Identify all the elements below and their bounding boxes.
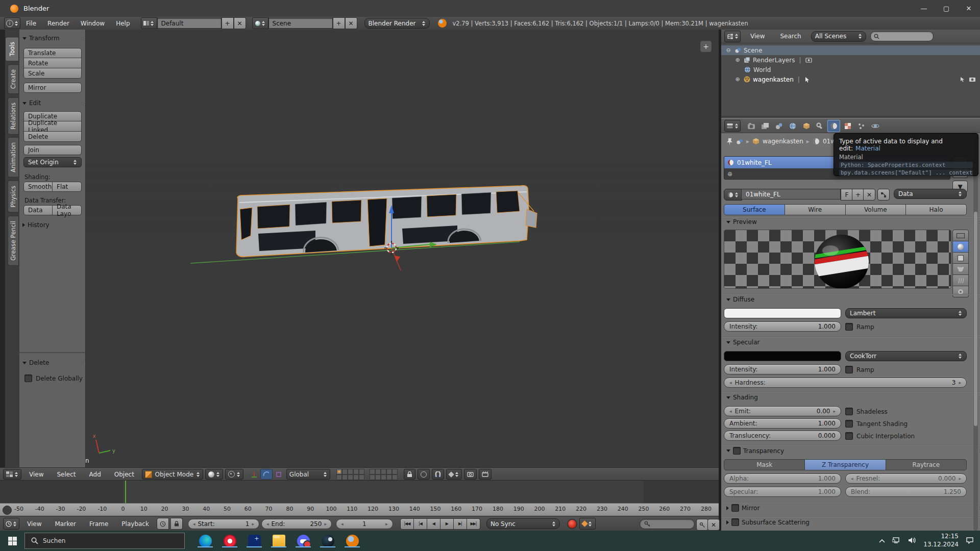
- scale-button[interactable]: Scale: [23, 68, 82, 79]
- emit-slider[interactable]: ◂Emit: 0.00▸: [724, 406, 841, 416]
- insert-keyframe-button[interactable]: [696, 519, 708, 531]
- preview-flat-button[interactable]: [952, 230, 969, 241]
- transparency-specular-slider[interactable]: Specular:1.000: [724, 487, 841, 497]
- tl-menu-marker[interactable]: Marker: [49, 520, 81, 528]
- diffuse-shader-dropdown[interactable]: Lambert: [845, 308, 967, 318]
- shadeless-checkbox-row[interactable]: Shadeless: [845, 408, 888, 415]
- toolshelf-tab-animation[interactable]: Animation: [8, 137, 19, 178]
- panel-header-transform[interactable]: Transform::::: [19, 35, 92, 42]
- use-preview-range-button[interactable]: [157, 518, 169, 530]
- pin-icon[interactable]: [726, 138, 733, 145]
- minimize-button[interactable]: —: [913, 0, 935, 17]
- translate-button[interactable]: Translate: [23, 48, 82, 58]
- toolshelf-tab-relations[interactable]: Relations: [8, 97, 19, 135]
- tangent-shading-checkbox-row[interactable]: Tangent Shading: [845, 420, 908, 428]
- rotate-button[interactable]: Rotate: [23, 58, 82, 68]
- jump-to-end-button[interactable]: ▶▶|: [467, 518, 480, 530]
- snap-element-dropdown[interactable]: [446, 469, 462, 480]
- layer-cell[interactable]: [359, 469, 364, 474]
- layers-widget-group1[interactable]: [336, 469, 364, 480]
- transparency-checkbox[interactable]: [733, 447, 741, 455]
- editor-type-outliner-button[interactable]: [724, 31, 741, 42]
- properties-scrollbar[interactable]: [973, 135, 978, 531]
- scene-delete-button[interactable]: ✕: [345, 17, 357, 29]
- flat-button[interactable]: Flat: [53, 182, 82, 192]
- tl-menu-view[interactable]: View: [21, 520, 47, 528]
- data-layout-button[interactable]: Data Layo: [53, 205, 82, 215]
- layout-delete-button[interactable]: ✕: [234, 17, 246, 29]
- browse-material-dropdown[interactable]: [724, 189, 742, 201]
- toolshelf-tab-physics[interactable]: Physics: [8, 181, 19, 213]
- layer-cell[interactable]: [392, 469, 398, 474]
- layer-cell[interactable]: [392, 474, 398, 480]
- outliner-row-world[interactable]: World: [721, 65, 980, 74]
- editor-type-info-button[interactable]: i: [4, 17, 20, 29]
- toolshelf-tab-create[interactable]: Create: [8, 64, 19, 94]
- toolshelf-tab-grease-pencil[interactable]: Grease Pencil: [8, 216, 19, 266]
- taskbar-app-disneyplus[interactable]: [242, 535, 266, 547]
- vp-menu-select[interactable]: Select: [51, 471, 81, 478]
- menu-file[interactable]: File: [20, 20, 42, 27]
- layer-cell[interactable]: [386, 469, 392, 474]
- material-name-field[interactable]: 01white_FL: [741, 189, 841, 199]
- pivot-dropdown[interactable]: [225, 469, 243, 480]
- tl-menu-frame[interactable]: Frame: [84, 520, 114, 528]
- outliner-row-renderlayers[interactable]: ⊕ RenderLayers|: [721, 55, 980, 65]
- delete-button[interactable]: Delete: [23, 132, 82, 142]
- transform-orientation-dropdown[interactable]: Global: [286, 469, 330, 480]
- layer-cell[interactable]: [386, 474, 392, 480]
- type-wire[interactable]: Wire: [785, 204, 846, 215]
- fresnel-slider[interactable]: ◂Fresnel: 0.000▸: [845, 473, 967, 484]
- outliner-search-input[interactable]: [870, 31, 934, 41]
- taskbar-search-input[interactable]: Suchen: [24, 533, 185, 549]
- taskbar-app-discord[interactable]: [291, 535, 315, 547]
- tab-texture[interactable]: [841, 120, 854, 132]
- smooth-button[interactable]: Smooth: [23, 182, 53, 192]
- vp-menu-add[interactable]: Add: [84, 471, 107, 478]
- preview-monkey-button[interactable]: [952, 264, 969, 275]
- tab-object[interactable]: [800, 120, 813, 132]
- vp-menu-view[interactable]: View: [23, 471, 49, 478]
- diffuse-intensity-slider[interactable]: Intensity:1.000: [724, 321, 841, 332]
- lock-to-scene-button[interactable]: [404, 469, 415, 480]
- render-restrict-icon[interactable]: [805, 57, 812, 64]
- layer-cell[interactable]: [370, 474, 375, 480]
- layer-cell[interactable]: [353, 474, 359, 480]
- mode-raytrace[interactable]: Raytrace: [886, 459, 967, 470]
- blend-slider[interactable]: Blend:1.250: [845, 487, 967, 497]
- render-opengl-anim-button[interactable]: [479, 469, 492, 480]
- type-halo[interactable]: Halo: [906, 204, 967, 215]
- translucency-slider[interactable]: Translucency:0.000: [724, 431, 841, 441]
- mirror-checkbox[interactable]: [731, 504, 739, 512]
- material-link-dropdown[interactable]: Data: [894, 189, 967, 199]
- layer-cell[interactable]: [375, 469, 381, 474]
- current-frame-field[interactable]: ◂1▸: [336, 519, 393, 529]
- frame-end-field[interactable]: ◂End: 250▸: [261, 519, 332, 529]
- diffuse-color-swatch[interactable]: [724, 308, 841, 318]
- collapse-icon[interactable]: ⊖: [725, 47, 731, 54]
- sss-checkbox[interactable]: [731, 518, 739, 526]
- panel-header-delete[interactable]: Delete::::: [19, 359, 92, 366]
- menu-window[interactable]: Window: [75, 20, 110, 27]
- new-material-button[interactable]: +: [852, 189, 864, 201]
- render-engine-dropdown[interactable]: Blender Render: [364, 18, 430, 29]
- play-reverse-button[interactable]: ◀: [427, 518, 440, 530]
- panel-header-diffuse[interactable]: Diffuse::::: [723, 296, 980, 303]
- outliner-menu-view[interactable]: View: [745, 33, 770, 40]
- cubic-interpolation-checkbox-row[interactable]: Cubic Interpolation: [845, 432, 915, 440]
- mirror-button[interactable]: Mirror: [23, 83, 82, 93]
- manipulator-rotate-button[interactable]: [260, 469, 273, 480]
- panel-header-specular[interactable]: Specular::::: [723, 339, 980, 346]
- delete-globally-checkbox[interactable]: [24, 374, 32, 382]
- duplicate-linked-button[interactable]: Duplicate Linked: [23, 121, 82, 132]
- panel-header-shading[interactable]: Shading::::: [723, 394, 980, 401]
- taskbar-app-opera[interactable]: [217, 535, 242, 547]
- volume-icon[interactable]: [908, 537, 916, 545]
- screen-layout-field[interactable]: Default: [157, 18, 222, 29]
- specular-intensity-slider[interactable]: Intensity:1.000: [724, 364, 841, 374]
- tab-render[interactable]: [745, 120, 757, 132]
- outliner-filter-dropdown[interactable]: All Scenes: [811, 31, 866, 42]
- mode-mask[interactable]: Mask: [724, 459, 805, 470]
- menu-render[interactable]: Render: [42, 20, 75, 27]
- type-surface[interactable]: Surface: [724, 204, 785, 215]
